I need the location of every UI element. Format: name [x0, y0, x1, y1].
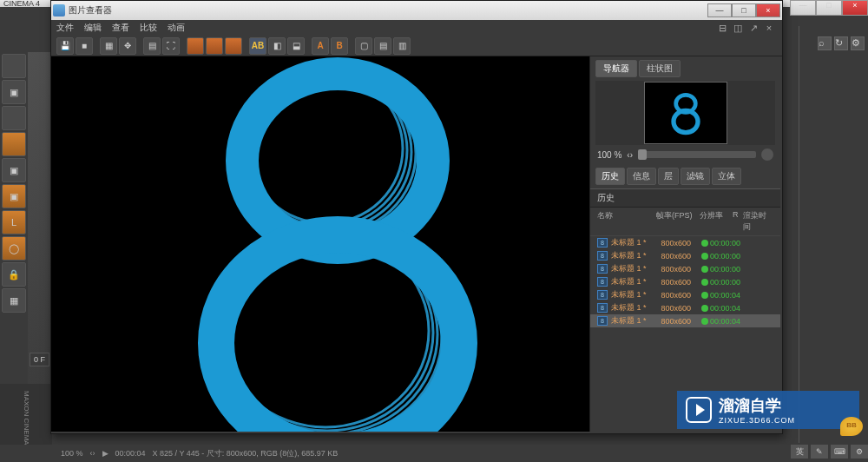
pv-preview-area[interactable]	[51, 56, 589, 432]
zoom-slider[interactable]	[638, 151, 756, 158]
status-dot-icon	[701, 240, 708, 247]
pv-app-icon	[53, 4, 65, 16]
stop-icon[interactable]: ■	[76, 37, 93, 55]
gear-icon[interactable]: ⚙	[851, 36, 865, 50]
render-thumb-icon: 8	[597, 303, 608, 313]
play-icon[interactable]: ▶	[102, 449, 108, 458]
plane-tool-icon[interactable]	[2, 132, 26, 156]
col-res[interactable]: 分辨率	[700, 210, 733, 233]
filter2-icon[interactable]: ▤	[374, 37, 391, 55]
c4d-close-button[interactable]: ×	[842, 0, 868, 16]
live-select-tool-icon[interactable]	[2, 54, 26, 78]
pv-menubar: 文件 编辑 查看 比较 动画	[51, 20, 782, 36]
table-row[interactable]: 8 未标题 1 * 800x600 00:00:00	[590, 249, 780, 262]
zoom-fit-icon[interactable]	[761, 148, 773, 161]
tab-layer[interactable]: 层	[658, 168, 679, 185]
col-fps[interactable]: 帧率(FPS)	[656, 210, 700, 233]
close-panel-icon[interactable]: ×	[763, 22, 775, 34]
table-row[interactable]: 8 未标题 1 * 800x600 00:00:04	[590, 301, 780, 314]
menu-file[interactable]: 文件	[56, 22, 74, 34]
ime-opt2-icon[interactable]: ⌨	[831, 445, 848, 459]
search-icon[interactable]: ⌕	[818, 36, 832, 50]
picture-viewer-window: 图片查看器 — □ × 文件 编辑 查看 比较 动画 ⊟ ◫ ↗ × 💾 ■ ▦…	[50, 0, 783, 434]
c4d-right-panel	[799, 26, 868, 443]
watermark-title: 溜溜自学	[719, 395, 795, 416]
render-thumb-icon: 8	[597, 264, 608, 274]
table-row[interactable]: 8 未标题 1 * 800x600 00:00:00	[590, 275, 780, 288]
thumbnail-preview[interactable]	[644, 82, 727, 144]
ime-bar: 英 ✎ ⌨ ⚙	[791, 445, 868, 459]
split-h-icon[interactable]: ⬓	[287, 37, 305, 55]
split-v-icon[interactable]: ◧	[268, 37, 286, 55]
tab-info[interactable]: 信息	[627, 168, 656, 185]
status-dot-icon	[701, 305, 708, 312]
tab-histogram[interactable]: 柱状图	[639, 60, 681, 77]
col-name[interactable]: 名称	[597, 210, 656, 233]
thumbnail-8-icon	[668, 87, 703, 139]
zoom-handle[interactable]	[638, 149, 647, 160]
tab-stereo[interactable]: 立体	[712, 168, 741, 185]
menu-compare[interactable]: 比较	[140, 22, 157, 34]
ime-opt3-icon[interactable]: ⚙	[851, 445, 868, 459]
play-logo-icon	[686, 397, 712, 423]
pv-menubar-right-icons: ⊟ ◫ ↗ ×	[716, 22, 775, 34]
popout-icon[interactable]: ↗	[747, 22, 760, 34]
filter3-icon[interactable]: ▥	[393, 37, 411, 55]
table-row[interactable]: 8 未标题 1 * 800x600 00:00:00	[590, 236, 780, 249]
table-row[interactable]: 8 未标题 1 * 800x600 00:00:04	[590, 288, 780, 301]
pv-minimize-button[interactable]: —	[707, 3, 732, 17]
col-time[interactable]: 渲染时间	[743, 210, 773, 233]
table-row[interactable]: 8 未标题 1 * 800x600 00:00:00	[590, 262, 780, 275]
arrow-icon[interactable]: ↻	[834, 36, 848, 50]
lock-tool-icon[interactable]: 🔒	[2, 262, 26, 287]
ring-tool-icon[interactable]: ◯	[2, 236, 26, 261]
fullscreen-icon[interactable]: ⛶	[162, 37, 180, 55]
axis-tool-icon[interactable]: L	[2, 210, 26, 234]
ime-opt1-icon[interactable]: ✎	[811, 445, 828, 459]
grid-icon[interactable]: ▦	[100, 37, 117, 55]
pv-titlebar[interactable]: 图片查看器 — □ ×	[51, 1, 782, 20]
cube3-tool-icon[interactable]: ▣	[2, 184, 26, 208]
cube-tool-icon[interactable]: ▣	[2, 80, 26, 104]
render-thumb-icon: 8	[597, 251, 608, 261]
zoom-value: 100 %	[597, 150, 621, 160]
tab-navigator[interactable]: 导航器	[595, 60, 637, 77]
table-row[interactable]: 8 未标题 1 * 800x600 00:00:04	[590, 314, 780, 327]
channel2-icon[interactable]	[206, 37, 223, 55]
split-horizontal-icon[interactable]: ⊟	[716, 22, 728, 34]
compare-b-button[interactable]: B	[331, 37, 348, 55]
bb-chat-icon[interactable]: BB	[840, 417, 863, 436]
watermark-badge: 溜溜自学 ZIXUE.3D66.COM	[677, 391, 859, 429]
split-vertical-icon[interactable]: ◫	[732, 22, 744, 34]
save-icon[interactable]: 💾	[56, 37, 74, 55]
tab-history[interactable]: 历史	[595, 168, 625, 185]
c4d-maximize-button[interactable]: □	[816, 0, 842, 16]
clapper-icon[interactable]: ▤	[143, 37, 161, 55]
c4d-right-toolbar: ⌕ ↻ ⚙	[818, 36, 865, 50]
sub-tabs: 历史 信息 层 滤镜 立体	[590, 164, 780, 188]
pv-close-button[interactable]: ×	[756, 3, 780, 17]
ab-toggle-icon[interactable]: AB	[249, 37, 266, 55]
compare-a-button[interactable]: A	[312, 37, 329, 55]
channel1-icon[interactable]	[187, 37, 204, 55]
c4d-minimize-button[interactable]: —	[790, 0, 816, 16]
zoom-spinner[interactable]: ‹›	[627, 150, 633, 160]
grid-tool-icon[interactable]: ▦	[2, 288, 26, 313]
channel3-icon[interactable]	[225, 37, 242, 55]
checker-tool-icon[interactable]	[2, 106, 26, 130]
col-r[interactable]: R	[733, 210, 743, 233]
move-icon[interactable]: ✥	[119, 37, 136, 55]
nav-tabs: 导航器 柱状图	[590, 56, 780, 81]
menu-edit[interactable]: 编辑	[84, 22, 102, 34]
filter1-icon[interactable]: ▢	[355, 37, 372, 55]
tab-filter[interactable]: 滤镜	[681, 168, 710, 185]
status-spinner[interactable]: ‹›	[90, 449, 95, 458]
menu-view[interactable]: 查看	[112, 22, 129, 34]
cube2-tool-icon[interactable]: ▣	[2, 158, 26, 182]
svg-point-19	[273, 287, 403, 399]
status-dot-icon	[701, 253, 708, 260]
pv-maximize-button[interactable]: □	[732, 3, 756, 17]
ime-lang[interactable]: 英	[791, 445, 808, 459]
rendered-number-8-icon	[181, 56, 494, 432]
menu-anim[interactable]: 动画	[168, 22, 185, 34]
